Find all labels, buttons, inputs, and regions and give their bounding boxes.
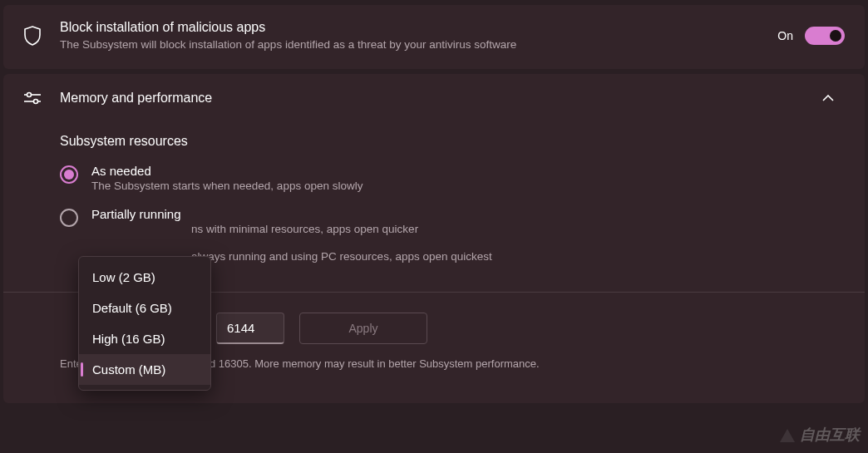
toggle-knob [830,30,841,42]
dropdown-item-high[interactable]: High (16 GB) [79,323,210,354]
radio-indicator[interactable] [60,209,78,227]
resources-section-title: Subsystem resources [3,126,865,149]
watermark-text: 自由互联 [800,425,860,445]
apply-button[interactable]: Apply [299,313,427,344]
memory-preset-dropdown[interactable]: Low (2 GB) Default (6 GB) High (16 GB) C… [78,256,211,391]
security-panel: Block installation of malicious apps The… [3,5,865,69]
svg-point-1 [27,93,32,97]
security-text: Block installation of malicious apps The… [60,20,777,51]
radio-desc: ns with minimal resources, apps open qui… [91,223,865,235]
performance-header[interactable]: Memory and performance [3,74,865,126]
radio-option-as-needed[interactable]: As needed The Subsystem starts when need… [60,164,865,192]
dropdown-item-default[interactable]: Default (6 GB) [79,293,210,323]
security-title: Block installation of malicious apps [60,20,777,35]
radio-indicator[interactable] [60,165,78,184]
memory-value-input[interactable] [216,313,284,344]
radio-option-partially-running[interactable]: Partially running ns with minimal resour… [60,207,865,235]
shield-icon [23,26,60,46]
toggle-state-label: On [777,29,793,42]
security-toggle-group: On [777,27,845,45]
resources-radio-group: As needed The Subsystem starts when need… [3,164,865,270]
radio-desc: The Subsystem starts when needed, apps o… [91,180,865,192]
security-toggle[interactable] [805,27,845,45]
radio-label: Partially running [91,207,865,221]
radio-label: As needed [91,164,865,178]
svg-point-3 [34,100,38,104]
sliders-icon [23,91,60,106]
dropdown-item-low[interactable]: Low (2 GB) [79,262,210,293]
security-subtitle: The Subsystem will block installation of… [60,38,777,51]
performance-title: Memory and performance [60,91,811,106]
dropdown-item-custom[interactable]: Custom (MB) [79,354,210,385]
chevron-up-icon[interactable] [811,95,845,101]
watermark: 自由互联 [778,425,860,445]
